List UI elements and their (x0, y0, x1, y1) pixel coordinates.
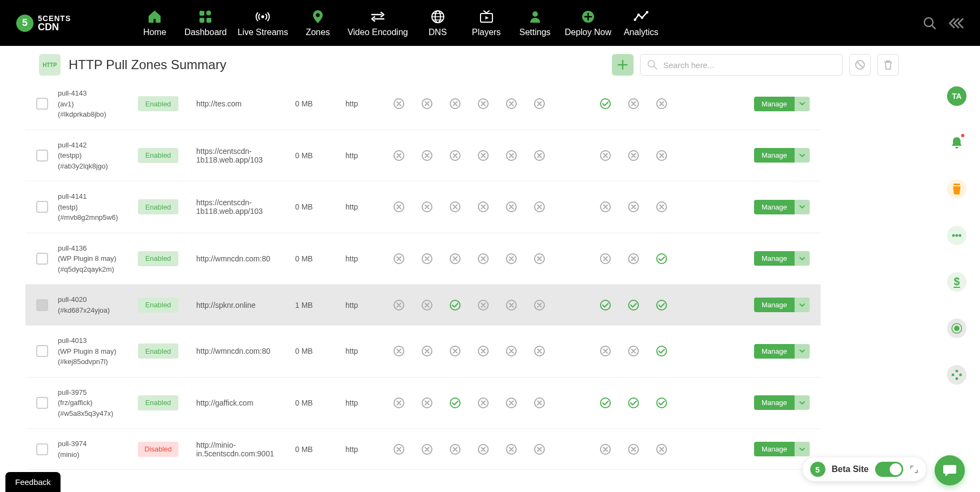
arrange-button[interactable] (947, 365, 966, 385)
row-checkbox[interactable] (36, 299, 48, 311)
feature-state-icon (599, 397, 611, 409)
manage-dropdown[interactable] (795, 148, 810, 163)
manage-dropdown[interactable] (795, 251, 810, 266)
manage-dropdown[interactable] (795, 200, 810, 214)
svg-point-1 (206, 10, 211, 15)
feature-state-icon (393, 150, 405, 161)
manage-button[interactable]: Manage (754, 251, 795, 266)
protocol-value: http (345, 254, 386, 263)
row-checkbox[interactable] (36, 443, 48, 455)
feature-state-icon (449, 201, 461, 213)
search-box[interactable] (640, 54, 843, 76)
manage-dropdown[interactable] (795, 97, 810, 111)
table-row[interactable]: pull-3974(minio)Disabledhttp://minio-in.… (25, 429, 821, 470)
manage-button[interactable]: Manage (754, 298, 795, 312)
feature-states (393, 299, 668, 311)
nav-video-encoding[interactable]: Video Encoding (348, 9, 408, 37)
svg-point-11 (634, 18, 636, 21)
table-row[interactable]: pull-4020(#kd687x24yjoa)Enabledhttp://sp… (25, 285, 821, 326)
status-pill: Enabled (138, 199, 178, 214)
more-button[interactable] (947, 226, 966, 245)
zone-name: pull-4142(testpp)(#ab3y2lqk8jgo) (58, 140, 134, 172)
feature-state-icon (599, 201, 611, 213)
row-checkbox[interactable] (36, 201, 48, 213)
storage-button[interactable] (947, 179, 966, 199)
billing-button[interactable]: $ (947, 272, 966, 292)
add-zone-button[interactable] (612, 54, 634, 76)
nav-live-streams[interactable]: Live Streams (238, 9, 288, 37)
protocol-value: http (345, 347, 386, 355)
feature-states (393, 443, 668, 455)
feature-state-icon (505, 201, 517, 213)
search-input[interactable] (663, 60, 836, 70)
nav-zones[interactable]: Zones (299, 9, 337, 37)
delete-button[interactable] (877, 54, 899, 76)
zone-name: pull-3975(frz/gaffick)(#w5a8x5q3y47x) (58, 387, 134, 419)
notifications-button[interactable] (947, 133, 966, 152)
brand-logo[interactable]: 5 5CENTS CDN (16, 15, 71, 32)
svg-point-96 (956, 370, 958, 373)
nav-players[interactable]: Players (468, 9, 505, 37)
svg-point-53 (657, 254, 666, 264)
feature-state-icon (449, 253, 461, 265)
feature-state-icon (656, 253, 668, 265)
manage-button[interactable]: Manage (754, 344, 795, 359)
toggle-switch[interactable] (875, 462, 903, 477)
svg-point-14 (646, 11, 649, 14)
svg-point-78 (601, 398, 610, 408)
feature-state-icon (393, 253, 405, 265)
row-checkbox[interactable] (36, 397, 48, 409)
encoding-icon (370, 9, 385, 24)
feature-states (393, 397, 668, 409)
feature-states (393, 253, 668, 265)
table-row[interactable]: pull-4141(testp)(#mvb8g2mnp5w6)Enabledht… (25, 181, 821, 233)
manage-button[interactable]: Manage (754, 200, 795, 214)
nav-settings[interactable]: Settings (516, 9, 554, 37)
user-avatar[interactable]: TA (947, 86, 966, 106)
nav-analytics[interactable]: Analytics (622, 9, 660, 37)
table-row[interactable]: pull-4143(av1)(#lkdprkab8jbo)Enabledhttp… (25, 78, 821, 130)
manage-button[interactable]: Manage (754, 442, 795, 456)
feature-state-icon (628, 299, 639, 311)
table-row[interactable]: pull-4013(WP Plugin 8 may)(#kej85odvpn7l… (25, 326, 821, 378)
nav-dashboard[interactable]: Dashboard (184, 9, 226, 37)
svg-point-98 (959, 374, 962, 376)
manage-dropdown[interactable] (795, 344, 810, 359)
manage-control: Manage (754, 148, 810, 163)
feature-state-icon (599, 345, 611, 357)
manage-button[interactable]: Manage (754, 395, 795, 410)
block-button[interactable] (849, 54, 871, 76)
table-row[interactable]: pull-4136(WP Plugin 8 may)(#q5dyq2qayk2m… (25, 233, 821, 285)
status-pill: Disabled (138, 442, 178, 457)
status-pill: Enabled (138, 251, 178, 266)
manage-dropdown[interactable] (795, 298, 810, 312)
record-button[interactable] (947, 319, 966, 338)
nav-home[interactable]: Home (136, 9, 174, 37)
row-checkbox[interactable] (36, 345, 48, 357)
manage-control: Manage (754, 251, 810, 266)
beta-label: Beta Site (832, 464, 869, 474)
collapse-icon[interactable] (948, 17, 964, 30)
manage-button[interactable]: Manage (754, 97, 795, 111)
manage-button[interactable]: Manage (754, 148, 795, 163)
feature-state-icon (505, 98, 517, 110)
row-checkbox[interactable] (36, 98, 48, 110)
feedback-button[interactable]: Feedback (5, 472, 61, 492)
feature-state-icon (505, 345, 517, 357)
table-row[interactable]: pull-4142(testpp)(#ab3y2lqk8jgo)Enabledh… (25, 130, 821, 182)
search-icon[interactable] (923, 16, 937, 30)
row-checkbox[interactable] (36, 253, 48, 265)
chat-button[interactable] (935, 455, 965, 486)
feature-state-icon (628, 345, 639, 357)
nav-dns[interactable]: DNS (419, 9, 457, 37)
manage-dropdown[interactable] (795, 395, 810, 410)
status-pill: Enabled (138, 96, 178, 111)
svg-point-12 (637, 13, 640, 16)
manage-dropdown[interactable] (795, 442, 810, 456)
table-row[interactable]: pull-3975(frz/gaffick)(#w5a8x5q3y47x)Ena… (25, 378, 821, 429)
row-checkbox[interactable] (36, 150, 48, 161)
nav-deploy-now[interactable]: Deploy Now (565, 9, 611, 37)
origin-url: http://wmncdn.com:80 (183, 347, 291, 355)
beta-site-toggle[interactable]: 5 Beta Site (803, 457, 926, 481)
feature-state-icon (421, 253, 433, 265)
